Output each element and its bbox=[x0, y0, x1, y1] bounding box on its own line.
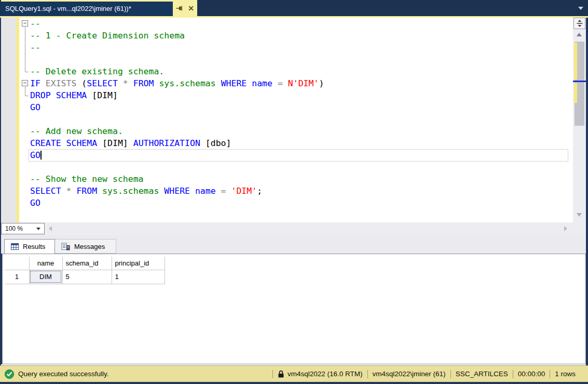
collapse-region-icon[interactable]: − bbox=[22, 20, 28, 27]
status-bar: Query executed successfully. vm4sql2022 … bbox=[0, 365, 588, 382]
grid-row-header[interactable]: 1 bbox=[5, 270, 29, 284]
status-duration: 00:00:00 bbox=[518, 370, 545, 378]
caret-position-marker bbox=[573, 81, 586, 82]
chevron-down-icon bbox=[36, 228, 40, 230]
status-rowcount: 1 rows bbox=[555, 370, 576, 378]
success-icon bbox=[5, 369, 14, 379]
code-line: CREATE SCHEMA [DIM] AUTHORIZATION [dbo] bbox=[19, 137, 573, 149]
grid-column-header[interactable]: principal_id bbox=[112, 257, 165, 270]
outlining-margin bbox=[19, 101, 30, 113]
outlining-margin bbox=[19, 161, 30, 173]
lock-icon bbox=[278, 370, 284, 378]
status-user: vm4sql2022\jminer (61) bbox=[373, 370, 446, 378]
separator bbox=[272, 370, 273, 378]
status-info-group: vm4sql2022 (16.0 RTM) vm4sql2022\jminer … bbox=[268, 370, 588, 378]
code-line: -- Show the new schema bbox=[19, 173, 573, 185]
tab-results[interactable]: Results bbox=[4, 239, 55, 254]
code-line: GO bbox=[19, 149, 573, 161]
pane-splitter[interactable] bbox=[1, 235, 586, 239]
close-icon[interactable]: ✕ bbox=[186, 4, 196, 13]
code-line: -- 1 - Create Dimension schema bbox=[19, 30, 573, 42]
code-line: GO bbox=[19, 101, 573, 113]
code-line bbox=[19, 113, 573, 125]
separator bbox=[367, 370, 368, 378]
scroll-left-icon[interactable] bbox=[49, 226, 52, 231]
messages-icon bbox=[61, 243, 70, 250]
separator bbox=[550, 370, 550, 378]
document-tab[interactable]: SQLQuery1.sql - vm...ql2022\jminer (61))… bbox=[1, 0, 197, 16]
zoom-dropdown[interactable]: 100 % bbox=[1, 223, 45, 234]
code-line bbox=[19, 161, 573, 173]
code-surface[interactable]: −---- 1 - Create Dimension schema---- De… bbox=[19, 18, 573, 222]
document-tab-title-area[interactable]: SQLQuery1.sql - vm...ql2022\jminer (61))… bbox=[1, 2, 173, 16]
results-grid: nameschema_idprincipal_id1DIM51 bbox=[5, 257, 165, 284]
grid-cell[interactable]: DIM bbox=[29, 270, 62, 284]
results-tab-strip: Results Messages bbox=[1, 239, 586, 254]
code-line: SELECT * FROM sys.schemas WHERE name = '… bbox=[19, 185, 573, 197]
window-border bbox=[0, 382, 588, 384]
change-mark bbox=[574, 83, 577, 103]
status-server: vm4sql2022 (16.0 RTM) bbox=[288, 370, 363, 378]
grid-column-header[interactable]: schema_id bbox=[62, 257, 112, 270]
vertical-scrollbar[interactable] bbox=[573, 18, 586, 222]
document-tab-title: SQLQuery1.sql - vm...ql2022\jminer (61))… bbox=[1, 2, 173, 16]
separator bbox=[450, 370, 451, 378]
grid-header-row: nameschema_idprincipal_id bbox=[5, 257, 165, 270]
grid-data-row: 1DIM51 bbox=[5, 270, 165, 284]
outlining-margin bbox=[19, 89, 30, 101]
ssms-window: SQLQuery1.sql - vm...ql2022\jminer (61))… bbox=[0, 0, 588, 384]
grid-column-header[interactable]: name bbox=[29, 257, 62, 270]
outlining-margin bbox=[19, 125, 30, 137]
tab-results-label: Results bbox=[23, 243, 45, 250]
collapse-region-icon[interactable]: − bbox=[22, 80, 28, 86]
outlining-margin bbox=[19, 137, 30, 149]
outlining-margin: − bbox=[19, 18, 30, 30]
code-line: DROP SCHEMA [DIM] bbox=[19, 89, 573, 101]
editor-split-handle[interactable] bbox=[573, 18, 585, 29]
zoom-value: 100 % bbox=[5, 225, 23, 232]
outlining-margin bbox=[19, 185, 30, 197]
horizontal-scrollbar[interactable]: 100 % bbox=[1, 222, 586, 235]
code-line: GO bbox=[19, 197, 573, 209]
outlining-margin bbox=[19, 30, 30, 42]
change-mark bbox=[574, 43, 577, 80]
sql-editor[interactable]: −---- 1 - Create Dimension schema---- De… bbox=[1, 18, 586, 222]
results-grid-container: nameschema_idprincipal_id1DIM51 bbox=[2, 254, 586, 364]
outlining-margin bbox=[19, 149, 30, 161]
status-message: Query executed successfully. bbox=[18, 370, 109, 378]
grid-cell[interactable]: 5 bbox=[62, 270, 112, 284]
document-tab-strip: SQLQuery1.sql - vm...ql2022\jminer (61))… bbox=[0, 0, 588, 16]
code-line: -- bbox=[19, 42, 573, 54]
status-message-group: Query executed successfully. bbox=[0, 369, 268, 379]
separator bbox=[513, 370, 513, 378]
scroll-up-icon[interactable] bbox=[577, 33, 582, 36]
outlining-margin bbox=[19, 173, 30, 185]
pin-icon[interactable] bbox=[174, 4, 184, 13]
text-caret bbox=[40, 151, 42, 160]
outlining-margin bbox=[19, 54, 30, 65]
outlining-margin bbox=[19, 65, 30, 77]
results-grid-icon bbox=[11, 243, 19, 250]
tab-list-dropdown-icon[interactable] bbox=[578, 7, 583, 10]
outlining-margin bbox=[19, 197, 30, 209]
code-line: −IF EXISTS (SELECT * FROM sys.schemas WH… bbox=[19, 77, 573, 89]
grid-corner-cell[interactable] bbox=[5, 257, 29, 270]
tab-messages-label: Messages bbox=[74, 243, 105, 250]
code-line: -- Add new schema. bbox=[19, 125, 573, 137]
outlining-margin bbox=[19, 42, 30, 54]
status-database: SSC_ARTILCES bbox=[456, 370, 508, 378]
grid-cell[interactable]: 1 bbox=[112, 270, 165, 284]
outlining-margin: − bbox=[19, 77, 30, 89]
outlining-margin bbox=[19, 113, 30, 125]
code-line: −-- bbox=[19, 18, 573, 30]
scroll-right-icon[interactable] bbox=[564, 226, 567, 231]
scroll-down-icon[interactable] bbox=[577, 213, 582, 217]
tab-messages[interactable]: Messages bbox=[55, 239, 116, 254]
indicator-margin bbox=[1, 18, 17, 222]
code-line: -- Delete existing schema. bbox=[19, 65, 573, 77]
code-line bbox=[19, 54, 573, 65]
